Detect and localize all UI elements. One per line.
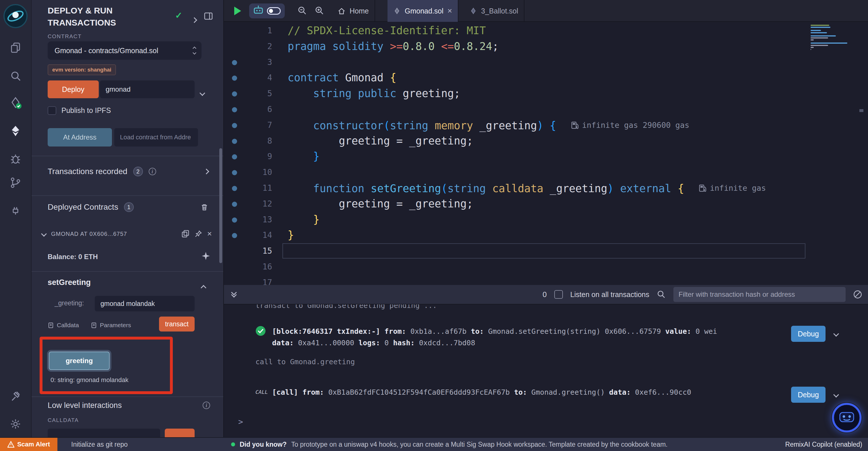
scam-alert-label: Scam Alert <box>17 441 50 448</box>
minimap[interactable] <box>811 25 851 52</box>
close-icon[interactable]: × <box>207 230 212 238</box>
chevron-right-icon[interactable] <box>192 14 196 24</box>
file-explorer-icon[interactable] <box>9 41 22 54</box>
tab-ballot-label: 3_Ballot.sol <box>481 7 518 15</box>
select-arrows-icon <box>193 47 196 54</box>
debug-button[interactable]: Debug <box>791 326 826 342</box>
solidity-file-icon <box>470 7 477 15</box>
contract-instance-row[interactable]: GMONAD AT 0X606...6757 × <box>42 230 212 238</box>
listen-all-checkbox[interactable] <box>554 290 563 299</box>
tab-gmonad[interactable]: Gmonad.sol × <box>388 0 458 22</box>
solidity-compiler-icon[interactable] <box>9 96 22 109</box>
tab-ballot[interactable]: 3_Ballot.sol <box>464 0 524 22</box>
tip-message: Did you know? To prototype on a uniswap … <box>231 441 668 448</box>
publish-ipfs-checkbox[interactable] <box>48 106 56 115</box>
greeting-call-button[interactable]: greeting <box>49 351 110 370</box>
code-line: 2pragma solidity >=0.8.0 <=0.8.24; <box>224 39 868 55</box>
calldata-button-label: Calldata <box>57 322 79 329</box>
divider <box>32 396 224 397</box>
line-number: 17 <box>224 275 272 285</box>
search-icon[interactable] <box>657 290 666 299</box>
copy-icon[interactable] <box>181 230 189 238</box>
low-level-calldata-input[interactable] <box>48 429 160 437</box>
gas-estimate-annotation: infinite gas <box>699 180 766 196</box>
plugin-manager-icon[interactable] <box>9 204 22 217</box>
run-script-icon[interactable] <box>233 6 242 19</box>
chevron-down-icon[interactable] <box>833 392 839 398</box>
transactions-recorded-row[interactable]: Transactions recorded 2 i <box>48 167 208 176</box>
pin-icon[interactable] <box>195 230 202 237</box>
chevron-up-icon[interactable] <box>202 282 206 292</box>
deploy-run-icon[interactable] <box>9 125 22 137</box>
ai-copilot-group <box>249 3 285 19</box>
terminal-prompt[interactable]: > <box>238 417 243 427</box>
search-icon[interactable] <box>9 69 22 82</box>
debug-button[interactable]: Debug <box>791 387 826 403</box>
expand-terminal-icon[interactable] <box>232 292 236 297</box>
tip-title: Did you know? <box>240 441 287 448</box>
check-icon: ✓ <box>175 10 182 20</box>
contract-select[interactable]: Gmonad - contracts/Gmonad.sol <box>48 41 202 60</box>
success-check-icon <box>255 326 272 349</box>
line-number: 9 <box>224 149 272 165</box>
contract-select-value: Gmonad - contracts/Gmonad.sol <box>55 47 193 55</box>
tab-home[interactable]: Home <box>332 0 375 22</box>
scam-alert-button[interactable]: Scam Alert <box>0 438 57 451</box>
info-icon[interactable]: i <box>149 168 156 175</box>
balance-label: Balance: 0 ETH <box>48 253 98 261</box>
debugger-icon[interactable] <box>9 153 22 166</box>
transaction-filter-input[interactable] <box>673 287 846 302</box>
source-control-icon[interactable] <box>9 176 22 189</box>
panel-layout-icon[interactable] <box>204 11 213 21</box>
trash-icon[interactable] <box>200 203 208 211</box>
chevron-right-icon[interactable] <box>204 169 209 174</box>
zoom-out-icon[interactable] <box>298 6 307 16</box>
listen-all-label: Listen on all transactions <box>570 290 649 299</box>
code-line: 8 greeting = _greeting; <box>224 133 868 149</box>
tab-gmonad-label: Gmonad.sol <box>405 7 443 15</box>
sparkle-icon[interactable] <box>202 252 210 260</box>
greeting-arg-input[interactable] <box>95 296 195 311</box>
chevron-down-icon[interactable] <box>200 87 205 97</box>
at-address-button[interactable]: At Address <box>48 128 112 146</box>
panel-scrollbar[interactable] <box>219 148 222 263</box>
line-number: 5 <box>224 86 272 102</box>
greeting-result: 0: string: gmonad molandak <box>51 376 129 384</box>
settings-gear-icon[interactable] <box>9 418 22 430</box>
deployed-contracts-label: Deployed Contracts <box>48 202 118 212</box>
code-editor[interactable]: 1// SPDX-License-Identifier: MIT2pragma … <box>224 22 868 285</box>
line-number: 14 <box>224 227 272 243</box>
build-tools-icon[interactable] <box>9 390 22 403</box>
parameters-button[interactable]: Parameters <box>91 322 131 329</box>
remix-ide: DEPLOY & RUN TRANSACTIONS ✓ CONTRACT Gmo… <box>0 0 868 451</box>
line-number: 16 <box>224 259 272 275</box>
close-tab-icon[interactable]: × <box>447 7 452 15</box>
copilot-toggle[interactable] <box>267 7 281 15</box>
remix-logo[interactable] <box>3 3 28 29</box>
line-number: 15 <box>224 243 272 259</box>
transact-button[interactable]: transact <box>159 316 195 332</box>
at-address-input[interactable] <box>114 128 198 146</box>
constructor-arg-input[interactable] <box>100 80 195 98</box>
clear-console-icon[interactable] <box>853 290 862 299</box>
git-init-button[interactable]: Initialize as git repo <box>71 441 128 448</box>
zoom-in-icon[interactable] <box>315 6 324 16</box>
chevron-down-icon[interactable] <box>41 231 47 237</box>
code-line: 17 <box>224 275 868 285</box>
code-line: 4contract Gmonad { <box>224 70 868 86</box>
deploy-button[interactable]: Deploy <box>48 80 99 98</box>
remixai-assistant-button[interactable] <box>831 402 862 433</box>
robot-icon[interactable] <box>253 5 264 17</box>
calldata-button[interactable]: Calldata <box>48 322 79 329</box>
terminal-stream: transact to Gmonad.setGreeting pending .… <box>255 305 868 398</box>
low-level-send-button[interactable] <box>165 429 195 437</box>
code-line: 5 string public greeting; <box>224 86 868 102</box>
copilot-status[interactable]: RemixAI Copilot (enabled) <box>785 441 862 448</box>
line-number: 10 <box>224 165 272 180</box>
info-icon[interactable]: i <box>203 402 210 409</box>
chevron-down-icon[interactable] <box>833 331 839 337</box>
deployed-contracts-header: Deployed Contracts 1 <box>48 202 208 212</box>
editor-scrollbar[interactable] <box>859 109 863 112</box>
terminal-output[interactable]: transact to Gmonad.setGreeting pending .… <box>224 305 868 437</box>
code-line: 15 <box>224 243 868 259</box>
